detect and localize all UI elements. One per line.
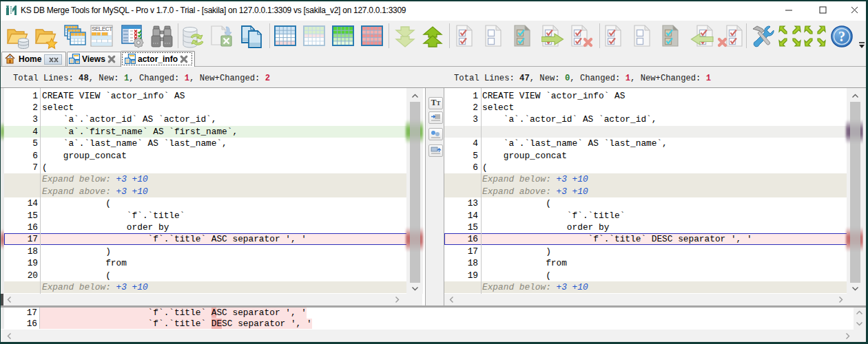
svg-text:SELECT: SELECT [92, 26, 112, 32]
svg-text:?: ? [838, 29, 845, 44]
